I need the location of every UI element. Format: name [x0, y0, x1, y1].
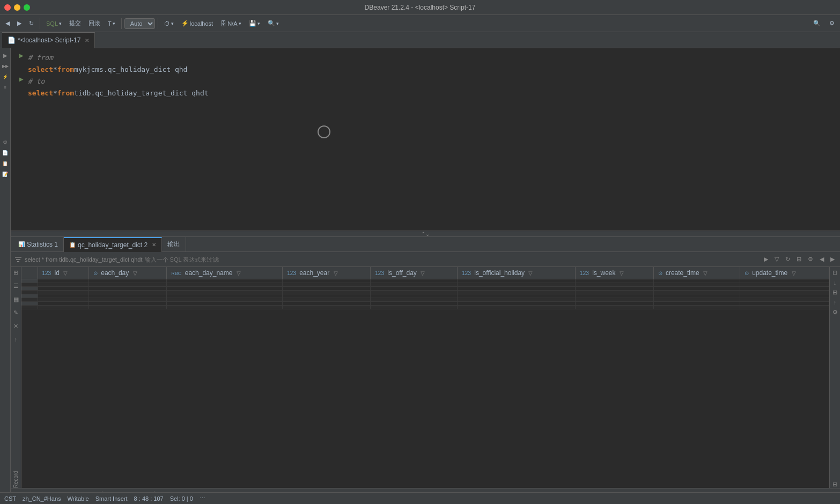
filter-input[interactable] — [145, 256, 219, 263]
settings-button[interactable]: ⚙ — [826, 19, 838, 28]
edit-icon[interactable]: ✎ — [13, 309, 18, 316]
col-each-day-filter[interactable]: ▽ — [133, 270, 137, 276]
status-selection: Sel: 0 | 0 — [170, 495, 193, 502]
table-tab-icon: 📋 — [69, 242, 76, 248]
refresh-button[interactable]: ↻ — [26, 19, 37, 28]
refresh-filter-btn[interactable]: ↻ — [783, 255, 792, 264]
col-is-official-holiday-name: is_official_holiday — [474, 269, 525, 277]
col-update-time-name: update_time — [752, 269, 787, 277]
grid-icon[interactable]: ⊞ — [13, 269, 18, 276]
search-button[interactable]: 🔍 ▾ — [264, 19, 282, 28]
run-all-icon[interactable]: ▶▶ — [1, 61, 10, 71]
down-filter-btn[interactable]: ▽ — [772, 255, 781, 264]
col-each-year[interactable]: 123 each_year ▽ — [283, 267, 371, 279]
na-dropdown: ▾ — [239, 21, 241, 26]
toolbar-icon-1[interactable]: ≡ — [1, 83, 10, 92]
table-header-row: 123 id ▽ ⊙ each_day ▽ RB — [21, 267, 829, 279]
col-create-time[interactable]: ⊙ create_time ▽ — [653, 267, 740, 279]
back-button[interactable]: ◀ — [2, 19, 13, 28]
col-id-filter[interactable]: ▽ — [63, 270, 68, 276]
col-is-week[interactable]: 123 is_week ▽ — [576, 267, 653, 279]
connection-button[interactable]: ⚡ localhost — [178, 19, 216, 28]
global-search-button[interactable]: 🔍 — [810, 19, 824, 28]
output-tab[interactable]: 输出 — [162, 237, 186, 252]
right-icon-1[interactable]: ⊡ — [832, 269, 837, 276]
maximize-button[interactable] — [24, 4, 30, 11]
settings-filter-btn[interactable]: ⚙ — [806, 255, 815, 264]
close-button[interactable] — [4, 4, 11, 11]
rollback-button[interactable]: 回滚 — [85, 18, 104, 28]
col-each-day-name-filter[interactable]: ▽ — [237, 270, 241, 276]
apply-filter-btn[interactable]: ▶ — [762, 255, 770, 264]
run-icon[interactable]: ▶ — [1, 50, 10, 60]
columns-btn[interactable]: ⊞ — [794, 255, 804, 264]
toolbar-right: 🔍 ⚙ — [810, 19, 838, 28]
right-icon-3[interactable]: ⊞ — [832, 289, 837, 296]
list-icon[interactable]: ☰ — [13, 283, 19, 290]
col-id[interactable]: 123 id ▽ — [38, 267, 89, 279]
editor-line-4: select * from tidb.qc_holiday_target_dic… — [17, 88, 834, 100]
window-controls — [4, 4, 30, 11]
filter-input-area[interactable] — [145, 256, 760, 263]
line-4-from-kw: from — [57, 88, 74, 99]
forward-button[interactable]: ▶ — [14, 19, 25, 28]
x-icon[interactable]: ✕ — [13, 323, 18, 330]
explain-icon[interactable]: ⚡ — [1, 72, 10, 81]
results-panel: 📊 Statistics 1 📋 qc_holiday_target_dict … — [11, 237, 840, 504]
commit-button[interactable]: 提交 — [66, 18, 84, 28]
save-dropdown: ▾ — [257, 21, 260, 26]
right-icon-6[interactable]: ⊟ — [832, 481, 837, 488]
col-each-year-filter[interactable]: ▽ — [334, 270, 338, 276]
table-tab-label: qc_holiday_target_dict 2 — [78, 241, 148, 249]
next-btn[interactable]: ▶ — [828, 255, 837, 264]
statistics-tab[interactable]: 📊 Statistics 1 — [13, 237, 64, 252]
gear-sidebar-icon[interactable]: ⚙ — [1, 137, 10, 147]
col-id-type: 123 — [42, 270, 51, 276]
col-each-day-name-h[interactable]: RBC each_day_name ▽ — [167, 267, 283, 279]
db-button[interactable]: 🗄 N/A ▾ — [217, 19, 244, 28]
col-update-time-filter[interactable]: ▽ — [792, 270, 796, 276]
col-update-time[interactable]: ⊙ update_time ▽ — [740, 267, 829, 279]
page2-icon[interactable]: 📋 — [1, 159, 10, 168]
col-is-off-day[interactable]: 123 is_off_day ▽ — [371, 267, 458, 279]
col-is-off-day-filter[interactable]: ▽ — [421, 270, 425, 276]
sql-button[interactable]: SQL ▾ — [43, 19, 65, 28]
col-is-official-holiday-filter[interactable]: ▽ — [528, 270, 533, 276]
status-lang: zh_CN_#Hans — [23, 495, 61, 502]
line-4-select-kw: select — [28, 88, 53, 99]
col-each-year-name: each_year — [299, 269, 329, 277]
page-icon[interactable]: 📄 — [1, 148, 10, 158]
editor-tab[interactable]: 📄 *<localhost> Script-17 ✕ — [2, 32, 95, 48]
editor-line-2: select * from mykjcms.qc_holiday_dict qh… — [17, 64, 834, 76]
col-create-time-filter[interactable]: ▽ — [703, 270, 708, 276]
export-icon[interactable]: ↑ — [14, 336, 18, 343]
right-icon-5[interactable]: ⚙ — [832, 309, 838, 316]
statistics-tab-icon: 📊 — [18, 241, 25, 247]
line-1-run[interactable]: ▶ — [19, 53, 24, 57]
page3-icon[interactable]: 📝 — [1, 169, 10, 179]
global-search-icon: 🔍 — [813, 20, 821, 27]
line-3-comment: # to — [28, 76, 45, 87]
sql-editor[interactable]: ▶ # from select * from mykjcms.qc_holida… — [11, 48, 840, 231]
line-3-run[interactable]: ▶ — [19, 76, 24, 80]
right-icon-4[interactable]: ↑ — [834, 299, 837, 306]
col-is-off-day-name: is_off_day — [387, 269, 417, 277]
table-tab[interactable]: 📋 qc_holiday_target_dict 2 ✕ — [64, 237, 162, 252]
right-icon-2[interactable]: ↓ — [834, 279, 837, 286]
table-row — [21, 302, 829, 306]
clock-button[interactable]: ⏱ ▾ — [161, 19, 177, 28]
prev-btn[interactable]: ◀ — [817, 255, 826, 264]
format-button[interactable]: T ▾ — [105, 19, 119, 28]
auto-select[interactable]: Auto — [124, 18, 155, 29]
editor-tab-close[interactable]: ✕ — [85, 38, 89, 43]
col-each-day-type: ⊙ — [93, 270, 98, 276]
col-is-week-filter[interactable]: ▽ — [620, 270, 624, 276]
left-sidebar: ▶ ▶▶ ⚡ ≡ ⚙ 📄 📋 📝 — [0, 48, 11, 504]
col-is-official-holiday[interactable]: 123 is_official_holiday ▽ — [458, 267, 576, 279]
table-tab-close[interactable]: ✕ — [152, 242, 156, 248]
col-each-day[interactable]: ⊙ each_day ▽ — [89, 267, 166, 279]
card-icon[interactable]: ▦ — [13, 296, 19, 303]
panel-divider[interactable]: ⌃⌄ — [11, 231, 840, 237]
save-toolbar-button[interactable]: 💾 ▾ — [246, 19, 263, 28]
minimize-button[interactable] — [14, 4, 20, 11]
